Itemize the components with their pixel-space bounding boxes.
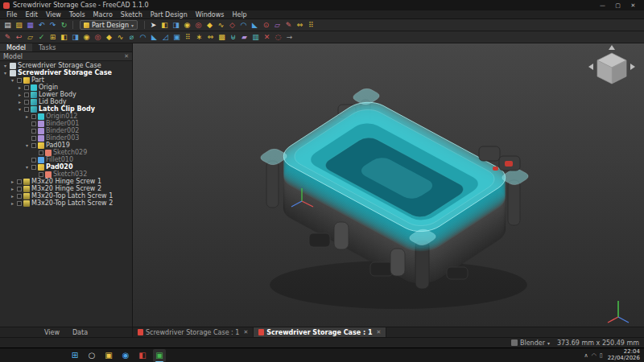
additive-pipe-icon[interactable]: ∿ <box>216 20 226 31</box>
pattern-icon[interactable]: ⠿ <box>306 20 316 31</box>
expander-icon[interactable]: ▸ <box>17 84 23 90</box>
boolean-icon[interactable]: ⊎ <box>228 32 238 43</box>
volume-icon[interactable]: ▯ <box>600 352 603 359</box>
3d-scene[interactable] <box>133 43 644 327</box>
menu-windows[interactable]: Windows <box>192 11 229 19</box>
workbench-selector[interactable]: Part Design ▾ <box>80 20 138 30</box>
visibility-checkbox[interactable] <box>24 107 29 112</box>
expander-icon[interactable]: ▾ <box>2 63 8 68</box>
tree-item-m3x20-top-latch-screw-1[interactable]: ▸M3x20-Top Latch Screw 1 <box>0 192 132 200</box>
involute-gear-icon[interactable]: ◌ <box>273 32 283 43</box>
tree-item-sketch032[interactable]: Sketch032 <box>0 171 132 178</box>
pad-icon[interactable]: ◧ <box>59 32 69 43</box>
mirrored-icon[interactable]: ⇔ <box>295 20 305 31</box>
expander-icon[interactable]: ▾ <box>2 70 8 76</box>
visibility-checkbox[interactable] <box>31 158 36 162</box>
expander-icon[interactable]: ▾ <box>24 142 30 148</box>
menu-sketch[interactable]: Sketch <box>117 11 147 19</box>
revolution-icon[interactable]: ◉ <box>81 32 92 43</box>
pocket-icon[interactable]: ◨ <box>70 32 80 43</box>
additive-loft-icon[interactable]: ◆ <box>104 32 114 43</box>
validate-sketch-icon[interactable]: ✓ <box>36 32 47 43</box>
menu-part-design[interactable]: Part Design <box>147 11 192 19</box>
additive-loft-icon[interactable]: ◆ <box>204 20 215 31</box>
taskbar-search[interactable]: ○ <box>85 349 98 362</box>
tree-item-screwdriver-storage-case[interactable]: ▾Screwdriver Storage Case <box>0 69 132 76</box>
shapebinder-icon[interactable]: ▰ <box>239 32 250 43</box>
panel-tab-tasks[interactable]: Tasks <box>32 43 62 51</box>
visibility-checkbox[interactable] <box>17 78 22 83</box>
taskbar-green-app[interactable]: ▣ <box>153 349 166 362</box>
panel-bottom-tab-data[interactable]: Data <box>72 329 88 336</box>
revolution-icon[interactable]: ◉ <box>182 20 192 31</box>
3d-viewport[interactable] <box>133 43 644 327</box>
expander-icon[interactable]: ▸ <box>24 113 30 119</box>
taskbar-browser[interactable]: ◉ <box>119 349 132 362</box>
menu-help[interactable]: Help <box>228 11 250 19</box>
multi-transform-icon[interactable]: ▩ <box>217 32 227 43</box>
file-save-icon[interactable]: ▦ <box>25 20 35 31</box>
migrate-icon[interactable]: → <box>284 32 295 43</box>
window-maximize-button[interactable]: ▢ <box>610 0 625 10</box>
visibility-checkbox[interactable] <box>17 187 22 191</box>
visibility-checkbox[interactable] <box>24 85 29 90</box>
create-sketch-icon[interactable]: ✎ <box>2 32 13 43</box>
tree-item-pad020[interactable]: ▾Pad020 <box>0 163 132 171</box>
chamfer-icon[interactable]: ◣ <box>250 20 260 31</box>
menu-view[interactable]: View <box>42 11 65 19</box>
tree-item-origin012[interactable]: ▸Origin012 <box>0 113 132 120</box>
expander-icon[interactable]: ▾ <box>17 106 23 112</box>
tree-item-fillet010[interactable]: Fillet010 <box>0 156 132 163</box>
visibility-checkbox[interactable] <box>24 100 29 105</box>
tree-item-origin[interactable]: ▸Origin <box>0 84 132 91</box>
clone-icon[interactable]: ▥ <box>250 32 261 43</box>
taskbar-freecad[interactable]: ◧ <box>136 349 149 362</box>
additive-helix-icon[interactable]: ⌀ <box>126 32 137 43</box>
visibility-checkbox[interactable] <box>31 129 36 134</box>
taskbar-file-explorer[interactable]: ▣ <box>102 349 115 362</box>
expander-icon[interactable]: ▸ <box>17 92 23 97</box>
file-new-icon[interactable]: ▤ <box>2 20 13 31</box>
tree-item-m3x20-hinge-screw-2[interactable]: ▸M3x20 Hinge Screw 2 <box>0 185 132 192</box>
document-tab[interactable]: Screwdriver Storage Case : 1✕ <box>254 327 386 337</box>
close-panel-icon[interactable]: ✕ <box>124 53 129 60</box>
taskbar-start-button[interactable]: ⊞ <box>68 349 81 362</box>
groove-icon[interactable]: ◎ <box>193 20 204 31</box>
expander-icon[interactable]: ▸ <box>10 179 15 184</box>
document-tab[interactable]: Screwdriver Storage Case : 1✕ <box>133 327 254 337</box>
select-icon[interactable]: ➤ <box>148 20 159 31</box>
tree-item-latch-clip-body[interactable]: ▾Latch Clip Body <box>0 105 132 113</box>
hole-icon[interactable]: ⊙ <box>261 20 271 31</box>
sprocket-icon[interactable]: ✕ <box>262 32 272 43</box>
map-sketch-icon[interactable]: ▱ <box>25 32 35 43</box>
window-close-button[interactable]: ✕ <box>625 0 641 10</box>
linear-pattern-icon[interactable]: ⠿ <box>183 32 193 43</box>
close-tab-icon[interactable]: ✕ <box>377 329 382 335</box>
expander-icon[interactable]: ▾ <box>10 77 15 83</box>
thickness-icon[interactable]: ▣ <box>171 32 182 43</box>
tray-chevron-icon[interactable]: ∧ <box>584 352 588 359</box>
visibility-checkbox[interactable] <box>31 143 36 148</box>
fillet-icon[interactable]: ◠ <box>138 32 148 43</box>
merge-sketch-icon[interactable]: ⊞ <box>47 32 58 43</box>
datum-plane-icon[interactable]: ▱ <box>272 20 283 31</box>
nav-cube-arrow-left[interactable] <box>588 64 593 70</box>
close-tab-icon[interactable]: ✕ <box>243 329 248 335</box>
pocket-icon[interactable]: ◨ <box>171 20 181 31</box>
undo-icon[interactable]: ↶ <box>36 20 47 31</box>
mirrored-icon[interactable]: ⇔ <box>205 32 216 43</box>
navigation-cube[interactable] <box>588 45 635 84</box>
navigation-style-selector[interactable]: Blender ▾ <box>511 339 550 347</box>
visibility-checkbox[interactable] <box>31 165 36 170</box>
expander-icon[interactable]: ▸ <box>10 200 15 206</box>
expander-icon[interactable]: ▸ <box>10 186 15 191</box>
network-icon[interactable]: ◠ <box>592 352 597 359</box>
visibility-checkbox[interactable] <box>17 201 22 206</box>
visibility-checkbox[interactable] <box>17 179 22 184</box>
tree-item-pad019[interactable]: ▾Pad019 <box>0 142 132 149</box>
visibility-checkbox[interactable] <box>31 121 36 126</box>
visibility-checkbox[interactable] <box>39 172 43 177</box>
menu-tools[interactable]: Tools <box>65 11 89 19</box>
expander-icon[interactable]: ▾ <box>24 164 30 170</box>
visibility-checkbox[interactable] <box>24 93 29 97</box>
